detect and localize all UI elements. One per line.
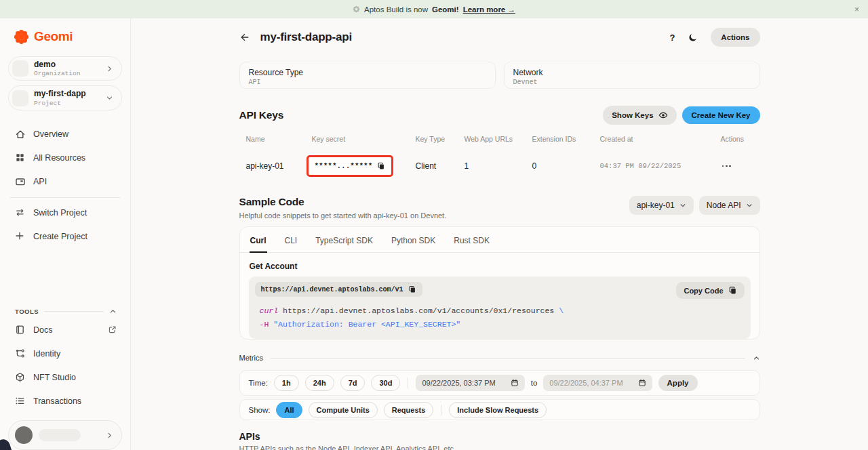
code-flag: -H [260,320,269,329]
sidebar-item-label: Overview [33,129,68,139]
sample-code-title: Sample Code [239,196,447,208]
org-switcher[interactable]: demo Organization [8,56,122,81]
code-line-continuation: \ [559,306,564,315]
time-preset-24h[interactable]: 24h [305,375,334,391]
api-key-select-value: api-key-01 [637,201,675,210]
sparkle-icon [353,5,360,13]
tab-typescript-sdk[interactable]: TypeScript SDK [315,227,374,252]
show-option-requests[interactable]: Requests [384,402,434,418]
sidebar-item-overview[interactable]: Overview [8,123,122,146]
column-header-created-at: Created at [600,135,721,143]
sidebar-item-all-resources[interactable]: All Resources [8,146,122,170]
api-keys-title: API Keys [239,109,284,121]
sidebar-item-switch-project[interactable]: Switch Project [8,201,122,225]
metrics-title: Metrics [239,354,263,362]
tools-header-label: TOOLS [15,308,39,315]
moon-icon[interactable] [688,33,698,43]
web-app-urls-cell: 1 [465,161,532,171]
snippet-title: Get Account [250,262,750,271]
column-header-name: Name [246,135,312,143]
org-name: demo [34,60,80,69]
divider [271,358,745,359]
table-row: api-key-01 *****...***** Client 1 0 04:3… [239,150,760,182]
time-preset-30d[interactable]: 30d [371,375,400,391]
user-name-placeholder [39,429,81,441]
actions-button[interactable]: Actions [711,28,760,47]
sidebar-item-label: Identity [33,349,60,359]
geomi-flower-icon [14,29,29,45]
chevron-right-icon [106,65,113,73]
apis-section-subtitle: HTTP APIs such as the Node API, Indexer … [239,445,760,450]
sidebar-item-label: NFT Studio [33,373,76,382]
main-content: my-first-dapp-api ? Actions Resource Typ… [131,18,868,450]
geomi-logo[interactable]: Geomi [8,27,122,46]
sidebar-item-docs[interactable]: Docs [8,318,122,342]
create-new-key-button[interactable]: Create New Key [682,106,760,124]
created-at-cell: 04:37 PM 09/22/2025 [600,162,721,170]
back-button[interactable] [239,32,256,43]
sidebar-item-api[interactable]: API [8,170,122,194]
eye-icon [658,110,668,120]
tab-python-sdk[interactable]: Python SDK [391,227,436,252]
column-header-actions: Actions [721,135,760,143]
grid-icon [15,152,26,163]
key-secret-chip[interactable]: *****...***** [307,155,394,177]
api-type-select[interactable]: Node API [699,196,760,215]
endpoint-url-chip[interactable]: https://api.devnet.aptoslabs.com/v1 [255,282,422,297]
page-title: my-first-dapp-api [260,30,352,44]
help-button[interactable]: ? [669,33,675,43]
divider [441,405,441,415]
copy-icon[interactable] [377,162,385,170]
org-avatar [12,60,28,77]
code-command: curl [260,306,279,315]
sidebar-item-label: All Resources [33,153,85,163]
plus-icon [15,231,26,242]
calendar-icon[interactable] [511,379,519,387]
home-icon [15,129,26,140]
date-from-input[interactable]: 09/22/2025, 03:37 PM [416,375,524,391]
tab-rust-sdk[interactable]: Rust SDK [453,227,490,252]
date-to-value: 09/22/2025, 04:37 PM [549,379,623,387]
resource-type-label: Resource Type [249,68,486,77]
apply-button[interactable]: Apply [658,375,698,391]
tab-curl[interactable]: Curl [250,227,267,252]
sidebar-item-create-project[interactable]: Create Project [8,225,122,249]
include-slow-requests-toggle[interactable]: Include Slow Requests [449,402,547,418]
banner-close-icon[interactable]: × [854,0,859,18]
sidebar-item-identity[interactable]: Identity [8,342,122,365]
project-type-label: Project [34,100,86,107]
resource-type-card: Resource Type API [239,62,496,89]
key-secret-masked: *****...***** [315,162,373,170]
date-to-input[interactable]: 09/22/2025, 04:37 PM [543,375,652,391]
tab-cli[interactable]: CLI [284,227,298,252]
show-option-all[interactable]: All [276,402,302,418]
banner-learn-more-link[interactable]: Learn more → [463,5,515,14]
time-preset-1h[interactable]: 1h [274,375,299,391]
sidebar: Geomi demo Organization my-first-dapp Pr… [0,18,131,450]
tools-section-header[interactable]: TOOLS [8,304,122,318]
chevron-up-icon [109,308,117,315]
api-card-icon [15,176,26,187]
row-actions-menu-icon[interactable] [721,163,760,170]
copy-icon[interactable] [408,285,416,293]
api-key-select[interactable]: api-key-01 [629,196,694,215]
logo-wordmark: Geomi [34,29,73,44]
sidebar-item-transactions[interactable]: Transactions [8,389,122,413]
chevron-down-icon [106,94,113,102]
show-keys-button[interactable]: Show Keys [603,106,676,125]
metrics-section-toggle[interactable]: Metrics [239,354,760,362]
divider [44,311,104,312]
sidebar-item-nft-studio[interactable]: NFT Studio [8,365,122,389]
code-header-string: "Authorization: Bearer <API_KEY_SECRET>" [269,320,460,329]
column-header-extension-ids: Extension IDs [532,135,600,143]
user-account-menu[interactable] [8,420,122,450]
calendar-icon[interactable] [638,379,646,387]
code-block: https://api.devnet.aptoslabs.com/v1 Copy… [249,277,751,339]
project-switcher[interactable]: my-first-dapp Project [8,85,122,110]
chevron-up-icon [753,354,760,362]
copy-code-button[interactable]: Copy Code [676,282,744,299]
date-from-value: 09/22/2025, 03:37 PM [422,379,495,387]
list-icon [15,396,26,407]
time-preset-7d[interactable]: 7d [340,375,366,391]
show-option-compute-units[interactable]: Compute Units [309,402,378,418]
